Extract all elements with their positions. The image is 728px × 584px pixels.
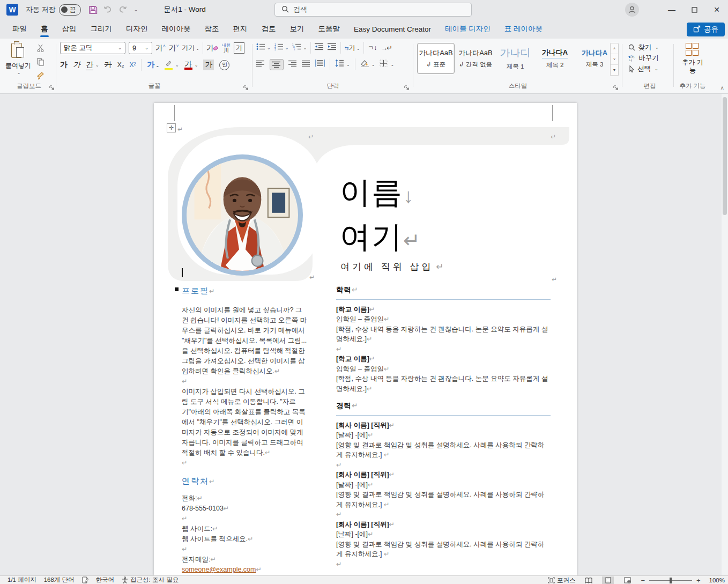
- shrink-font-button[interactable]: 가˅: [169, 43, 179, 53]
- style-제목-1[interactable]: 가나디제목 1: [496, 43, 534, 74]
- justify-button[interactable]: [302, 60, 310, 69]
- word-count[interactable]: 168개 단어: [44, 576, 75, 584]
- style-간격-없음[interactable]: 가나다AaB↲ 간격 없음: [457, 43, 494, 74]
- style-제목-2[interactable]: 가나다A제목 2: [536, 43, 574, 74]
- zoom-out-icon[interactable]: −: [641, 576, 645, 584]
- borders-button[interactable]: [380, 60, 388, 70]
- tab-11[interactable]: Easy Document Creator: [347, 19, 438, 39]
- replace-button[interactable]: 가나 바꾸기: [628, 53, 671, 63]
- addins-button[interactable]: 추가 기능: [677, 43, 709, 75]
- style-제목-3[interactable]: 가나다A제목 3: [576, 43, 613, 74]
- tab-8[interactable]: 검토: [255, 19, 283, 39]
- career-entry[interactable]: [회사 이름] [직위]↵[날짜] -[에]↵[영향 및 결과로 책임감 및 성…: [336, 520, 551, 559]
- character-border-button[interactable]: 가: [234, 42, 244, 54]
- zoom-slider[interactable]: − +: [641, 576, 700, 584]
- tab-4[interactable]: 디자인: [119, 19, 155, 39]
- line-spacing-button[interactable]: [335, 60, 344, 69]
- career-entry[interactable]: [회사 이름] [직위]↵[날짜] -[에]↵[영향 및 결과로 책임감 및 성…: [336, 470, 551, 509]
- select-button[interactable]: 선택⌄: [628, 63, 671, 74]
- tab-9[interactable]: 보기: [283, 19, 311, 39]
- tab-12[interactable]: 테이블 디자인: [438, 19, 497, 39]
- close-button[interactable]: ✕: [705, 0, 728, 19]
- clipboard-dialog-launcher[interactable]: [49, 83, 56, 90]
- email-link[interactable]: someone@example.com: [182, 566, 256, 573]
- styles-gallery-scroll[interactable]: ˄˅▼: [610, 43, 619, 76]
- education-entry[interactable]: [학교 이름]↵입학일 – 졸업일↵[학점, 수상 내역 등을 자랑하는 건 괜…: [336, 354, 551, 394]
- web-layout-button[interactable]: [621, 576, 633, 584]
- proofing-icon[interactable]: [82, 576, 88, 583]
- strikethrough-button[interactable]: 가: [105, 60, 112, 70]
- qat-dropdown-icon[interactable]: ⌄: [134, 7, 138, 12]
- zoom-level[interactable]: 100%: [709, 577, 725, 583]
- font-color-button[interactable]: 가: [184, 60, 192, 70]
- zoom-slider-handle[interactable]: [670, 578, 672, 583]
- read-mode-button[interactable]: [583, 576, 595, 584]
- redo-icon[interactable]: [118, 5, 128, 14]
- maximize-button[interactable]: [683, 0, 705, 19]
- clear-formatting-button[interactable]: 가: [206, 43, 219, 53]
- phonetic-guide-button[interactable]: 내천川: [222, 43, 231, 53]
- cut-icon[interactable]: [36, 44, 45, 54]
- language[interactable]: 한국어: [96, 576, 115, 584]
- format-painter-icon[interactable]: [36, 72, 45, 82]
- align-left-button[interactable]: [256, 60, 265, 69]
- account-avatar[interactable]: [625, 3, 639, 17]
- styles-dialog-launcher[interactable]: [613, 83, 620, 90]
- font-size-select[interactable]: 9⌄: [129, 42, 152, 54]
- paragraph-dialog-launcher[interactable]: [404, 83, 411, 90]
- share-button[interactable]: 공유: [687, 23, 725, 36]
- tab-5[interactable]: 레이아웃: [155, 19, 198, 39]
- word-app-icon[interactable]: W: [6, 4, 18, 16]
- align-center-button[interactable]: [270, 59, 284, 70]
- tab-6[interactable]: 참조: [198, 19, 226, 39]
- tab-3[interactable]: 그리기: [84, 19, 120, 39]
- scrollbar-thumb[interactable]: [723, 97, 727, 215]
- tab-1[interactable]: 홈: [34, 19, 55, 39]
- multilevel-list-button[interactable]: 1ai: [292, 43, 301, 53]
- resume-sidebar[interactable]: 프로필↵ 자신의 이미지를 원에 넣고 싶습니까? 그건 쉽습니다! 이미지를 …: [182, 285, 307, 575]
- character-shading-button[interactable]: 가: [203, 60, 214, 70]
- distribute-button[interactable]: [315, 60, 325, 69]
- autosave-toggle[interactable]: 끔: [59, 4, 81, 16]
- bold-button[interactable]: 가: [60, 60, 68, 70]
- grow-font-button[interactable]: 가˄: [155, 43, 166, 53]
- document-page[interactable]: ✛ ↵ ↵ ↵ ↵ ↵: [154, 103, 577, 575]
- profile-photo[interactable]: [182, 154, 303, 276]
- change-case-button[interactable]: 가가⌄: [182, 43, 199, 53]
- tab-13[interactable]: 표 레이아웃: [497, 19, 549, 39]
- education-entry[interactable]: [학교 이름]↵입학일 – 졸업일↵[학점, 수상 내역 등을 자랑하는 건 괜…: [336, 305, 551, 344]
- collapse-ribbon-icon[interactable]: ˄: [720, 85, 724, 91]
- save-icon[interactable]: [88, 5, 98, 14]
- paste-button[interactable]: 붙여넣기 ⌄: [4, 42, 32, 82]
- decrease-indent-button[interactable]: [315, 43, 324, 53]
- font-family-select[interactable]: 맑은 고딕⌄: [60, 42, 125, 54]
- enclose-characters-button[interactable]: 인: [219, 60, 229, 70]
- bullets-button[interactable]: [256, 43, 265, 53]
- table-move-handle[interactable]: ✛: [167, 123, 176, 132]
- subscript-button[interactable]: X₂: [117, 61, 124, 69]
- font-dialog-launcher[interactable]: [243, 83, 250, 90]
- search-input[interactable]: 검색: [274, 3, 472, 17]
- shading-button[interactable]: [360, 60, 369, 69]
- italic-button[interactable]: 가: [73, 60, 80, 70]
- minimize-button[interactable]: —: [660, 0, 683, 19]
- style-표준[interactable]: 가나다AaB↲ 표준: [417, 43, 455, 74]
- focus-button[interactable]: 포커스: [548, 576, 576, 584]
- accessibility-status[interactable]: 접근성: 조사 필요: [130, 576, 179, 584]
- tab-10[interactable]: 도움말: [311, 19, 347, 39]
- resume-name-heading[interactable]: 이름↓ 여기↵: [340, 172, 420, 261]
- show-marks-button[interactable]: →↵: [381, 44, 392, 52]
- zoom-in-icon[interactable]: +: [696, 576, 701, 584]
- undo-icon[interactable]: [103, 5, 113, 14]
- asian-layout-button[interactable]: ⇆가⌄: [345, 43, 360, 53]
- find-button[interactable]: 찾기⌄: [628, 42, 671, 53]
- page-count[interactable]: 1/1 페이지: [8, 576, 36, 584]
- align-right-button[interactable]: [288, 60, 297, 69]
- sort-button[interactable]: ㄱ↓: [368, 44, 377, 52]
- increase-indent-button[interactable]: [328, 43, 337, 53]
- highlight-button[interactable]: [165, 60, 173, 70]
- underline-button[interactable]: 간: [86, 60, 93, 70]
- tab-file[interactable]: 파일: [5, 19, 34, 39]
- print-layout-button[interactable]: [602, 576, 614, 584]
- tab-2[interactable]: 삽입: [55, 19, 84, 39]
